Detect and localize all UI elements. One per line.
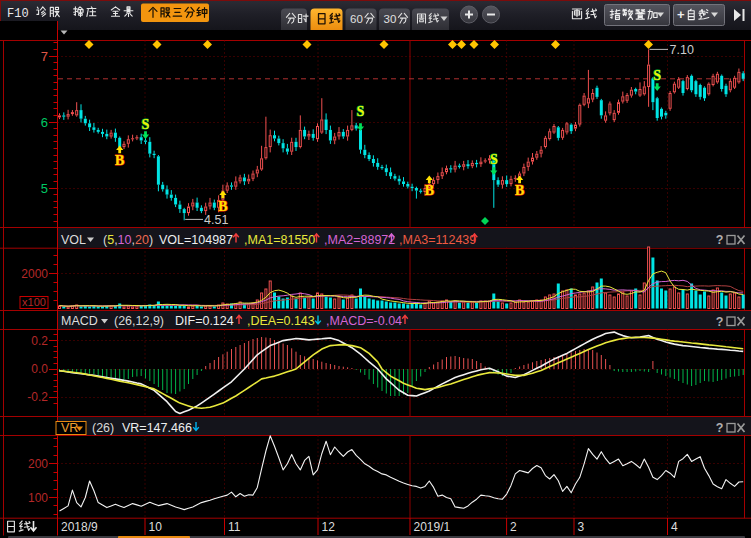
svg-text:B: B (218, 199, 227, 214)
svg-text:2000: 2000 (21, 267, 48, 281)
svg-text:MACD: MACD (61, 314, 98, 328)
svg-text:S: S (357, 104, 365, 119)
svg-text:30: 30 (384, 13, 397, 25)
svg-text:2019/1: 2019/1 (414, 520, 451, 534)
svg-text:100: 100 (28, 491, 48, 505)
svg-text:VR=147.466: VR=147.466 (122, 421, 192, 435)
svg-text:0.2: 0.2 (31, 334, 48, 348)
svg-text:F10: F10 (7, 7, 29, 21)
svg-text:7.10: 7.10 (670, 43, 694, 57)
svg-text:11: 11 (228, 520, 241, 534)
svg-text:4: 4 (671, 520, 678, 534)
svg-text:2018/9: 2018/9 (61, 520, 98, 534)
svg-text:-0.2: -0.2 (27, 390, 48, 404)
svg-text:VR: VR (61, 421, 78, 435)
svg-text:,MA3=112439: ,MA3=112439 (399, 233, 476, 247)
svg-text:S: S (653, 68, 661, 83)
svg-text:2: 2 (510, 520, 517, 534)
svg-text:DIF=0.124: DIF=0.124 (175, 314, 234, 328)
svg-text:VOL: VOL (61, 233, 86, 247)
svg-text:,MA2=88972: ,MA2=88972 (324, 233, 395, 247)
svg-text:4.51: 4.51 (204, 213, 228, 227)
svg-text:S: S (490, 152, 498, 167)
svg-text:S: S (142, 117, 150, 132)
svg-text:200: 200 (28, 457, 48, 471)
svg-text:B: B (115, 153, 124, 168)
svg-text:0.0: 0.0 (31, 362, 48, 376)
svg-text:12: 12 (322, 520, 336, 534)
svg-text:5: 5 (41, 181, 48, 196)
svg-text:(26,12,9): (26,12,9) (114, 314, 164, 328)
svg-text:(26): (26) (92, 421, 114, 435)
svg-text:B: B (425, 183, 434, 198)
svg-text:6: 6 (41, 115, 48, 130)
svg-text:B: B (515, 183, 524, 198)
svg-text:(5,10,20): (5,10,20) (103, 233, 153, 247)
svg-text:7: 7 (41, 49, 48, 64)
svg-text:?: ? (716, 421, 724, 435)
svg-text:?: ? (716, 315, 724, 329)
svg-text:VOL=104987: VOL=104987 (159, 233, 233, 247)
svg-text:,MA1=81550: ,MA1=81550 (244, 233, 315, 247)
svg-text:x100: x100 (22, 296, 46, 308)
svg-text:60: 60 (350, 13, 363, 25)
svg-text:?: ? (716, 233, 724, 247)
svg-text:10: 10 (149, 520, 163, 534)
svg-text:+: + (677, 7, 685, 22)
svg-text:,DEA=0.143: ,DEA=0.143 (247, 314, 315, 328)
svg-text:3: 3 (578, 520, 585, 534)
svg-text:,MACD=-0.04: ,MACD=-0.04 (326, 314, 402, 328)
